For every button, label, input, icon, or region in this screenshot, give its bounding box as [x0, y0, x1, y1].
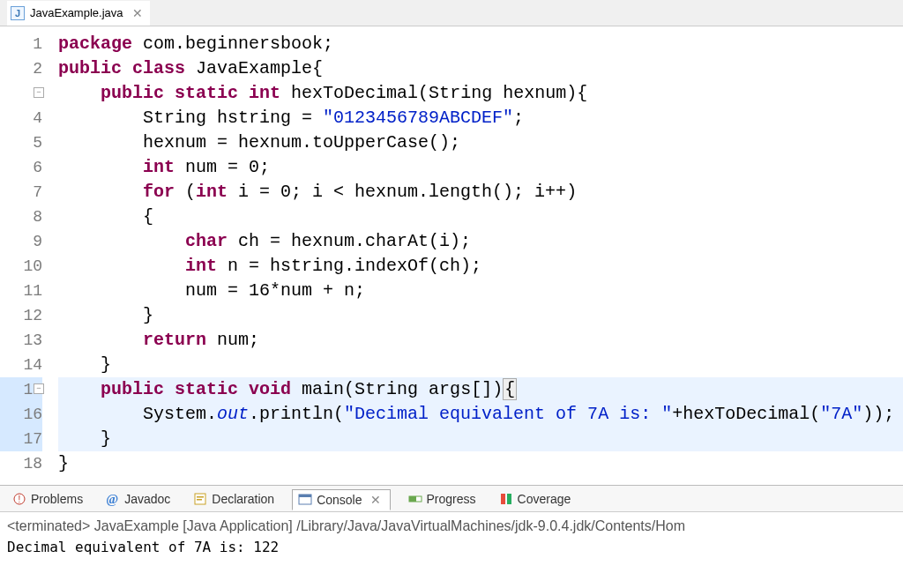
code-line[interactable]: System.out.println("Decimal equivalent o…	[58, 402, 903, 427]
code-line[interactable]: int n = hstring.indexOf(ch);	[58, 254, 903, 279]
code-line[interactable]: for (int i = 0; i < hexnum.length(); i++…	[58, 180, 903, 205]
line-number: 16	[0, 402, 42, 427]
tab-progress[interactable]: Progress	[403, 489, 481, 509]
editor-tab-bar: J JavaExample.java ✕	[0, 0, 903, 26]
code-content[interactable]: package com.beginnersbook;public class J…	[51, 26, 903, 485]
console-icon	[298, 493, 312, 507]
line-number: 18	[0, 451, 42, 476]
line-number: 12	[0, 303, 42, 328]
line-number: 10	[0, 254, 42, 279]
svg-rect-4	[197, 499, 202, 501]
code-line[interactable]: public static int hexToDecimal(String he…	[58, 81, 903, 106]
tab-coverage[interactable]: Coverage	[494, 489, 577, 509]
editor-tab[interactable]: J JavaExample.java ✕	[7, 1, 150, 26]
line-number: 4	[0, 106, 42, 130]
coverage-icon	[499, 492, 513, 506]
code-line[interactable]: hexnum = hexnum.toUpperCase();	[58, 130, 903, 155]
problems-icon: !	[12, 492, 26, 506]
code-line[interactable]: String hstring = "0123456789ABCDEF";	[58, 106, 903, 130]
console-output: Decimal equivalent of 7A is: 122	[7, 537, 896, 558]
tab-label: Javadoc	[124, 492, 170, 506]
bottom-panel: ! Problems @ Javadoc Declaration Console…	[0, 485, 903, 562]
line-number: 3−	[0, 81, 42, 106]
java-file-icon: J	[11, 6, 25, 20]
fold-toggle-icon[interactable]: −	[34, 87, 44, 98]
line-number: 15−	[0, 377, 42, 402]
code-line[interactable]: }	[58, 353, 903, 377]
fold-toggle-icon[interactable]: −	[34, 383, 44, 394]
code-line[interactable]: num = 16*num + n;	[58, 279, 903, 303]
svg-rect-9	[501, 494, 505, 504]
code-line[interactable]: }	[58, 303, 903, 328]
line-number: 14	[0, 353, 42, 377]
svg-rect-8	[409, 496, 416, 502]
tab-label: Console	[317, 493, 362, 507]
progress-icon	[408, 492, 422, 506]
tab-declaration[interactable]: Declaration	[188, 489, 280, 509]
line-number-gutter: 123−456789101112131415−161718	[0, 26, 51, 485]
svg-rect-3	[197, 496, 204, 498]
tab-label: Progress	[427, 492, 476, 506]
code-editor[interactable]: 123−456789101112131415−161718 package co…	[0, 26, 903, 485]
code-line[interactable]: package com.beginnersbook;	[58, 32, 903, 56]
tab-console[interactable]: Console ✕	[292, 489, 390, 510]
svg-rect-6	[299, 495, 311, 497]
tab-label: Coverage	[518, 492, 571, 506]
line-number: 17	[0, 427, 42, 451]
close-icon[interactable]: ✕	[129, 6, 146, 20]
tab-javadoc[interactable]: @ Javadoc	[101, 489, 175, 509]
code-line[interactable]: {	[58, 205, 903, 229]
line-number: 5	[0, 130, 42, 155]
line-number: 2	[0, 56, 42, 81]
line-number: 13	[0, 328, 42, 353]
declaration-icon	[193, 492, 207, 506]
code-line[interactable]: }	[58, 451, 903, 476]
svg-rect-10	[507, 494, 511, 504]
bottom-tab-bar: ! Problems @ Javadoc Declaration Console…	[0, 486, 903, 512]
code-line[interactable]: public class JavaExample{	[58, 56, 903, 81]
javadoc-icon: @	[106, 492, 120, 506]
tab-label: Declaration	[212, 492, 274, 506]
line-number: 8	[0, 205, 42, 229]
tab-problems[interactable]: ! Problems	[7, 489, 88, 509]
code-line[interactable]: }	[58, 427, 903, 451]
console-body: <terminated> JavaExample [Java Applicati…	[0, 512, 903, 562]
code-line[interactable]: public static void main(String args[]){	[58, 377, 903, 402]
code-line[interactable]: int num = 0;	[58, 155, 903, 180]
line-number: 6	[0, 155, 42, 180]
code-line[interactable]: return num;	[58, 328, 903, 353]
svg-text:!: !	[19, 495, 21, 504]
tab-label: Problems	[31, 492, 83, 506]
line-number: 9	[0, 229, 42, 254]
close-icon[interactable]: ✕	[367, 493, 384, 507]
line-number: 7	[0, 180, 42, 205]
console-status: <terminated> JavaExample [Java Applicati…	[7, 516, 896, 537]
tab-filename: JavaExample.java	[30, 6, 123, 19]
line-number: 11	[0, 279, 42, 303]
code-line[interactable]: char ch = hexnum.charAt(i);	[58, 229, 903, 254]
line-number: 1	[0, 32, 42, 56]
